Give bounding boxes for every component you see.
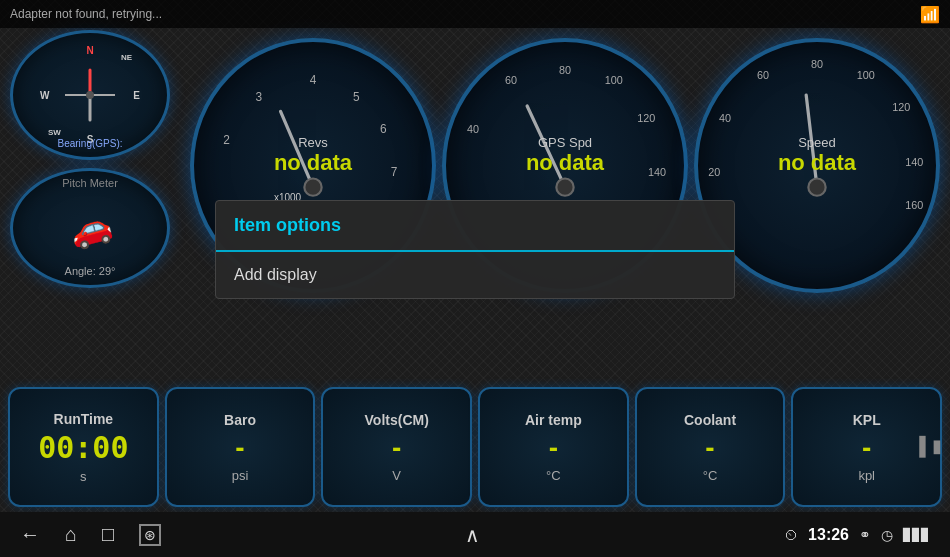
- compass-gauge: N NE E S SW W Bearing(GPS):: [10, 30, 170, 160]
- speed-value: no data: [778, 150, 856, 176]
- airtemp-unit: °C: [546, 468, 561, 483]
- coolant-value: -: [705, 434, 714, 462]
- coolant-unit: °C: [703, 468, 718, 483]
- svg-text:120: 120: [637, 112, 655, 124]
- coolant-panel: Coolant - °C: [635, 387, 786, 507]
- volts-label: Volts(CM): [365, 412, 429, 428]
- svg-text:100: 100: [605, 74, 623, 86]
- svg-text:100: 100: [857, 69, 875, 81]
- speed-label: Speed: [778, 135, 856, 150]
- item-options-panel: Item options Add display: [215, 200, 735, 299]
- svg-text:60: 60: [757, 69, 769, 81]
- gps-speed-value: no data: [526, 150, 604, 176]
- overlay-header: Item options: [216, 201, 734, 252]
- coolant-label: Coolant: [684, 412, 736, 428]
- scroll-indicator: ▌▮: [919, 435, 942, 457]
- compass-rose: N NE E S SW W: [40, 45, 140, 145]
- pitch-meter-gauge: Pitch Meter 🚗 Angle: 29°: [10, 168, 170, 288]
- adapter-status-text: Adapter not found, retrying...: [10, 7, 162, 21]
- svg-text:160: 160: [905, 199, 923, 211]
- svg-text:40: 40: [467, 123, 479, 135]
- compass-sw: SW: [48, 128, 61, 137]
- top-right-icon: 📶: [920, 5, 940, 24]
- airtemp-value: -: [549, 434, 558, 462]
- overlay-title: Item options: [234, 215, 341, 235]
- runtime-label: RunTime: [54, 411, 114, 427]
- back-button[interactable]: ←: [20, 523, 40, 546]
- svg-text:4: 4: [310, 73, 317, 87]
- svg-text:3: 3: [256, 90, 263, 104]
- airtemp-label: Air temp: [525, 412, 582, 428]
- compass-west: W: [40, 90, 49, 101]
- svg-text:140: 140: [648, 166, 666, 178]
- svg-text:80: 80: [559, 64, 571, 76]
- pitch-meter-label: Pitch Meter: [62, 177, 118, 189]
- svg-text:5: 5: [353, 90, 360, 104]
- data-panels-row: RunTime 00:00 s Baro - psi Volts(CM) - V…: [0, 382, 950, 512]
- signal-bars: ▊▊▊: [903, 528, 930, 542]
- airtemp-panel: Air temp - °C: [478, 387, 629, 507]
- pitch-angle: Angle: 29°: [65, 265, 116, 277]
- menu-button[interactable]: ⊛: [139, 524, 161, 546]
- baro-value: -: [235, 434, 244, 462]
- svg-point-12: [304, 178, 321, 195]
- compass-bearing-label: Bearing(GPS):: [57, 138, 122, 149]
- pitch-car-icon: 🚗: [65, 203, 116, 253]
- compass-east: E: [133, 90, 140, 101]
- kpl-label: KPL: [853, 412, 881, 428]
- svg-text:2: 2: [223, 133, 230, 147]
- kpl-value: -: [862, 434, 871, 462]
- nav-center: ∧: [161, 523, 784, 547]
- status-bar-top: Adapter not found, retrying... 📶: [0, 0, 950, 28]
- runtime-unit: s: [80, 469, 87, 484]
- svg-text:140: 140: [905, 156, 923, 168]
- svg-text:40: 40: [719, 112, 731, 124]
- svg-text:6: 6: [380, 122, 387, 136]
- svg-text:120: 120: [892, 101, 910, 113]
- svg-text:7: 7: [391, 165, 398, 179]
- compass-ne: NE: [121, 53, 132, 62]
- compass-north: N: [86, 45, 93, 56]
- scroll-up-button[interactable]: ∧: [465, 523, 480, 547]
- revs-value: no data: [274, 150, 352, 176]
- volts-panel: Volts(CM) - V: [321, 387, 472, 507]
- volts-unit: V: [392, 468, 401, 483]
- baro-label: Baro: [224, 412, 256, 428]
- baro-panel: Baro - psi: [165, 387, 316, 507]
- nav-buttons: ← ⌂ □ ⊛: [20, 523, 161, 546]
- kpl-unit: kpl: [858, 468, 875, 483]
- clock-icon: ⏲: [784, 527, 798, 543]
- alarm-icon: ◷: [881, 527, 893, 543]
- svg-point-4: [86, 91, 94, 99]
- svg-text:20: 20: [708, 166, 720, 178]
- status-bar-bottom: ← ⌂ □ ⊛ ∧ ⏲ 13:26 ⚭ ◷ ▊▊▊: [0, 512, 950, 557]
- recents-button[interactable]: □: [102, 523, 114, 546]
- time-display: 13:26: [808, 526, 849, 544]
- gps-speed-label: GPS Spd: [526, 135, 604, 150]
- runtime-value: 00:00: [38, 433, 128, 463]
- home-button[interactable]: ⌂: [65, 523, 77, 546]
- svg-point-30: [808, 178, 825, 195]
- add-display-option[interactable]: Add display: [216, 252, 734, 298]
- status-right: ⏲ 13:26 ⚭ ◷ ▊▊▊: [784, 526, 930, 544]
- baro-unit: psi: [232, 468, 249, 483]
- volts-value: -: [392, 434, 401, 462]
- svg-text:60: 60: [505, 74, 517, 86]
- svg-point-20: [556, 178, 573, 195]
- runtime-panel: RunTime 00:00 s: [8, 387, 159, 507]
- bluetooth-icon: ⚭: [859, 527, 871, 543]
- svg-text:80: 80: [811, 58, 823, 70]
- revs-label: Revs: [274, 135, 352, 150]
